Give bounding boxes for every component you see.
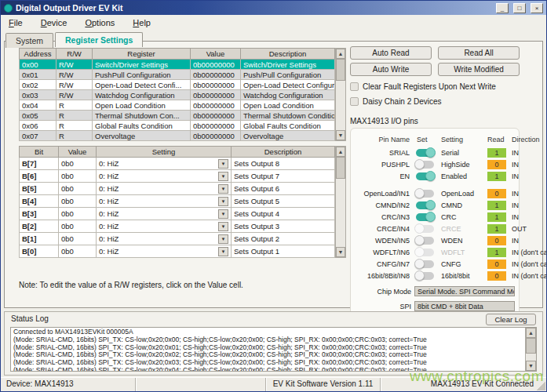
register-value-cell[interactable]: 0b00000000: [191, 80, 241, 90]
scroll-down-icon[interactable]: ▼: [336, 130, 345, 140]
tab-system[interactable]: System: [5, 33, 53, 48]
setting-value: 0: HiZ: [99, 184, 119, 193]
bit-value-cell: 0b0: [59, 158, 97, 170]
register-value-cell[interactable]: 0b00000000: [191, 70, 241, 80]
pin-toggle-switch[interactable]: [416, 260, 434, 268]
bit-setting-cell: 0: HiZ▼: [97, 208, 232, 220]
bit-value-cell: 0b0: [59, 183, 97, 195]
bit-setting-cell: 0: HiZ▼: [97, 233, 232, 245]
register-value-cell[interactable]: 0b00000000: [191, 111, 241, 121]
setting-combobox[interactable]: 0: HiZ▼: [99, 245, 228, 257]
register-row[interactable]: 0x01R/WPushPull Configuration0b00000000P…: [20, 70, 335, 80]
clear-fault-checkbox-row: Clear Fault Registers Upon Next Write: [350, 82, 520, 91]
menu-item-file[interactable]: File: [5, 16, 31, 29]
bit-table-scrollbar[interactable]: ▲ ▼: [335, 146, 346, 258]
toggle-knob: [414, 223, 425, 234]
register-row[interactable]: 0x02R/WOpen-Load Detect Confi...0b000000…: [20, 80, 335, 90]
pin-toggle-switch[interactable]: [416, 213, 434, 221]
bit-row: B[0]0b00: HiZ▼Sets Output 1: [20, 245, 335, 258]
setting-combobox[interactable]: 0: HiZ▼: [99, 195, 228, 207]
pin-direction-label: IN: [512, 190, 519, 198]
register-cell: R/W: [57, 60, 93, 70]
pin-toggle-switch[interactable]: [416, 161, 434, 169]
pin-name-label: CRC/IN3: [355, 213, 411, 221]
menu-item-help[interactable]: Help: [129, 16, 159, 29]
pin-read-badge: 1: [487, 224, 506, 234]
scroll-down-icon[interactable]: ▼: [336, 247, 345, 257]
auto-read-button[interactable]: Auto Read: [350, 46, 432, 60]
scroll-up-icon[interactable]: ▲: [336, 147, 345, 157]
pin-setting-label: Enabled: [441, 172, 485, 180]
close-button[interactable]: ×: [531, 3, 543, 13]
chip-mode-label: Chip Mode: [355, 288, 411, 296]
register-row[interactable]: 0x00R/WSwitch/Driver Settings0b00000000S…: [20, 60, 335, 70]
scroll-thumb[interactable]: [526, 338, 536, 354]
register-value-cell[interactable]: 0b00000000: [191, 90, 241, 100]
pin-toggle-switch[interactable]: [416, 172, 434, 180]
pin-read-badge: 1: [487, 248, 506, 257]
menu-item-options[interactable]: Options: [81, 16, 122, 29]
register-table-scrollbar[interactable]: ▲ ▼: [335, 48, 346, 141]
scroll-up-icon[interactable]: ▲: [336, 49, 345, 59]
register-cell: Open-Load Detect Configuration: [241, 80, 335, 90]
clear-fault-checkbox[interactable]: [350, 82, 359, 91]
chevron-down-icon[interactable]: ▼: [218, 197, 228, 206]
register-row[interactable]: 0x06RGlobal Faults Condition0b00000000Gl…: [20, 121, 335, 131]
io-pin-row: CNFG/IN7CNFG0IN (don't care): [355, 258, 515, 270]
register-row[interactable]: 0x04ROpen Load Condition0b00000000Open L…: [20, 100, 335, 111]
write-modified-button[interactable]: Write Modified: [438, 63, 520, 76]
register-col-header: R/W: [57, 49, 93, 60]
register-row[interactable]: 0x03R/WWatchdog Configuration0b00000000W…: [20, 90, 335, 100]
scroll-up-icon[interactable]: ▲: [526, 328, 536, 338]
register-value-cell[interactable]: 0b00000000: [191, 100, 241, 111]
app-window: Digital Output Driver EV Kit _ □ × FileD…: [0, 0, 547, 392]
chevron-down-icon[interactable]: ▼: [218, 209, 228, 219]
clear-log-button[interactable]: Clear Log: [486, 314, 536, 325]
auto-write-button[interactable]: Auto Write: [350, 63, 432, 76]
chevron-down-icon[interactable]: ▼: [218, 172, 228, 181]
status-log-area[interactable]: Connected to MAX14913EVKit 000005A(Mode:…: [10, 327, 537, 372]
menu-item-device[interactable]: Device: [37, 16, 75, 29]
pin-toggle-switch[interactable]: [416, 201, 434, 209]
bit-label-cell: B[5]: [20, 183, 59, 195]
scroll-thumb[interactable]: [336, 157, 345, 179]
setting-combobox[interactable]: 0: HiZ▼: [99, 233, 228, 245]
bit-description-cell: Sets Output 3: [232, 220, 335, 233]
chevron-down-icon[interactable]: ▼: [218, 184, 228, 194]
register-col-header: Address: [20, 49, 57, 60]
chevron-down-icon[interactable]: ▼: [218, 234, 228, 244]
bit-setting-cell: 0: HiZ▼: [97, 170, 232, 183]
register-value-cell[interactable]: 0b00000000: [191, 60, 241, 70]
pin-toggle-switch[interactable]: [416, 272, 434, 280]
bit-description-cell: Sets Output 5: [232, 195, 335, 208]
setting-combobox[interactable]: 0: HiZ▼: [99, 183, 228, 194]
chevron-down-icon[interactable]: ▼: [218, 247, 228, 256]
toggle-knob: [414, 188, 425, 198]
register-value-cell[interactable]: 0b00000000: [191, 121, 241, 131]
bit-value-cell: 0b0: [59, 208, 97, 220]
scroll-down-icon[interactable]: ▼: [526, 361, 536, 371]
chevron-down-icon[interactable]: ▼: [218, 159, 228, 169]
setting-combobox[interactable]: 0: HiZ▼: [99, 220, 228, 232]
register-row[interactable]: 0x07ROvervoltage0b00000000Overvoltage: [20, 131, 335, 141]
register-value-cell[interactable]: 0b00000000: [191, 131, 241, 141]
resize-grip[interactable]: [536, 381, 545, 390]
tab-register-settings[interactable]: Register Settings: [55, 32, 143, 47]
pin-toggle-switch[interactable]: [416, 149, 434, 157]
log-scrollbar[interactable]: ▲ ▼: [525, 328, 536, 371]
daisy-chain-checkbox[interactable]: [350, 97, 359, 106]
scroll-thumb[interactable]: [336, 59, 345, 81]
pin-toggle-switch[interactable]: [416, 190, 434, 198]
register-row[interactable]: 0x05RThermal Shutdown Con...0b00000000Th…: [20, 111, 335, 121]
setting-combobox[interactable]: 0: HiZ▼: [99, 208, 228, 220]
setting-combobox[interactable]: 0: HiZ▼: [99, 158, 228, 169]
minimize-button[interactable]: _: [496, 3, 509, 13]
setting-combobox[interactable]: 0: HiZ▼: [99, 170, 228, 182]
toggle-knob: [414, 235, 425, 245]
chevron-down-icon[interactable]: ▼: [218, 222, 228, 231]
pin-toggle-switch[interactable]: [416, 237, 434, 245]
read-all-button[interactable]: Read All: [438, 46, 520, 60]
maximize-button[interactable]: □: [513, 3, 526, 13]
pin-direction-label: IN: [512, 172, 519, 180]
toggle-knob: [425, 171, 436, 181]
